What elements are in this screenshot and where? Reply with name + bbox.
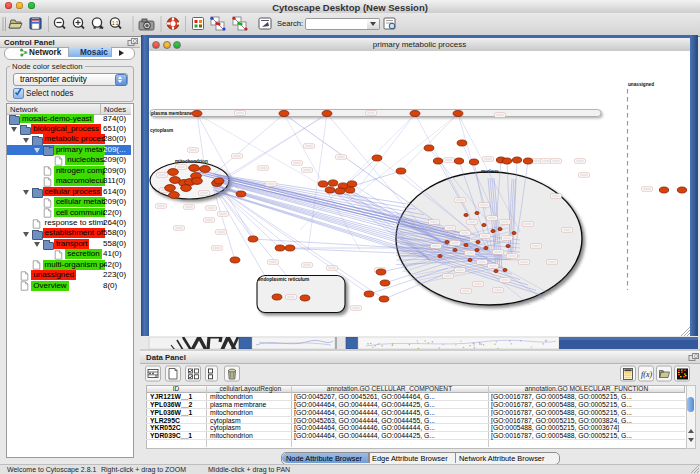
svg-text:nucleus: nucleus [481,169,499,174]
svg-text:unassigned: unassigned [628,82,654,87]
svg-text:f(x): f(x) [641,370,652,379]
svg-text:Search:: Search: [277,19,303,28]
svg-text:endoplasmic reticulum: endoplasmic reticulum [258,277,309,282]
svg-text:mitochondrion: mitochondrion [175,159,208,164]
svg-text:cytoplasm: cytoplasm [150,128,173,133]
svg-text:1:1: 1:1 [112,21,119,26]
svg-text:plasma membrane: plasma membrane [151,111,193,116]
